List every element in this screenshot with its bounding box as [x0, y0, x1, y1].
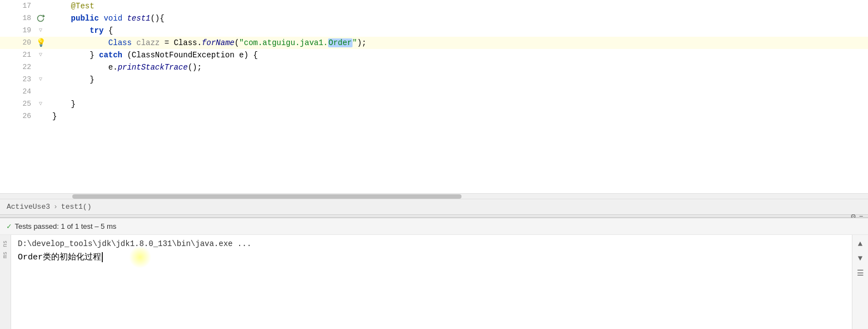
line-number-area-19: 19 ▽	[0, 24, 50, 37]
breadcrumb-item-activuse3[interactable]: ActiveUse3	[7, 203, 50, 211]
annotation-test: @Test	[52, 2, 95, 11]
soft-wrap-button[interactable]: ☰	[855, 267, 866, 278]
line-number-area-23: 23 ▽	[0, 73, 50, 86]
line-number-area-21: 21 ▽	[0, 49, 50, 61]
highlight-order: Order	[328, 38, 353, 47]
code-line-26: 26 }	[0, 110, 868, 122]
code-line-23: 23 ▽ }	[0, 73, 868, 86]
fold-arrow-23[interactable]: ▽	[36, 75, 46, 85]
gutter-icon-24	[36, 87, 46, 97]
code-line-24: 24	[0, 86, 868, 98]
line-code-24	[50, 86, 868, 98]
line-number-area-25: 25 ▽	[0, 98, 50, 110]
console-main: D:\develop_tools\jdk\jdk1.8.0_131\bin\ja…	[11, 235, 852, 329]
method-printstacktrace: printStackTrace	[118, 63, 188, 72]
kw-void: void	[103, 14, 122, 23]
console-header: ✓ Tests passed: 1 of 1 test – 5 ms	[0, 218, 868, 235]
code-line-25: 25 ▽ }	[0, 98, 868, 110]
line-number-23: 23	[20, 73, 33, 86]
fold-arrow-19[interactable]: ▽	[36, 26, 46, 36]
line-code-20: Class clazz = Class.forName("com.atguigu…	[50, 37, 868, 49]
kw-public: public	[71, 14, 99, 23]
line-code-25: }	[50, 98, 868, 110]
console-output-text: Order类的初始化过程	[18, 252, 101, 262]
console-body: ns ms D:\develop_tools\jdk\jdk1.8.0_131\…	[0, 235, 868, 329]
method-forname: forName	[202, 38, 235, 47]
line-code-23: }	[50, 73, 868, 86]
line-number-area-17: 17	[0, 0, 50, 12]
gutter-icon-18[interactable]	[36, 13, 46, 23]
console-area: ✓ Tests passed: 1 of 1 test – 5 ms ns ms…	[0, 218, 868, 329]
breadcrumb-separator: ›	[53, 203, 58, 211]
fold-arrow-21[interactable]: ▽	[36, 50, 46, 60]
line-code-17: @Test	[50, 0, 868, 12]
gutter-icon-22	[36, 62, 46, 72]
scroll-down-button[interactable]: ▼	[855, 253, 866, 264]
code-editor: 17 @Test 18 public void test	[0, 0, 868, 214]
breadcrumb-bar: ActiveUse3 › test1()	[0, 199, 868, 214]
yellow-highlight	[129, 246, 151, 268]
code-line-18: 18 public void test1(){	[0, 12, 868, 24]
line-number-17: 17	[20, 0, 33, 12]
cursor	[102, 252, 103, 262]
line-code-26: }	[50, 110, 868, 122]
code-line-19: 19 ▽ try {	[0, 24, 868, 37]
line-number-21: 21	[20, 49, 33, 61]
line-number-area-24: 24	[0, 86, 50, 98]
console-output-line: Order类的初始化过程	[18, 252, 845, 262]
kw-try: try	[90, 26, 103, 35]
line-number-22: 22	[20, 61, 33, 73]
line-number-area-20: 20 💡	[0, 37, 50, 49]
code-scrollbar[interactable]	[0, 193, 868, 199]
console-left-sidebar: ns ms	[0, 235, 11, 329]
console-action-icons: ▲ ▼ ☰	[852, 235, 868, 329]
line-code-21: } catch (ClassNotFoundException e) {	[50, 49, 868, 61]
sidebar-label-ms: ms	[0, 248, 11, 259]
line-number-18: 18	[20, 12, 33, 24]
kw-class: Class	[108, 38, 132, 47]
line-number-26: 26	[20, 110, 33, 122]
line-number-area-22: 22	[0, 61, 50, 73]
var-clazz: clazz	[136, 38, 160, 47]
string-val: "com.atguigu.java1.Order"	[239, 38, 357, 47]
code-line-22: 22 e.printStackTrace();	[0, 61, 868, 73]
line-code-19: try {	[50, 24, 868, 37]
svg-marker-0	[43, 14, 45, 18]
line-number-area-18: 18	[0, 12, 50, 24]
tests-passed-label: Tests passed: 1 of 1 test – 5 ms	[14, 222, 116, 230]
tests-passed-icon: ✓	[7, 222, 11, 231]
refresh-icon	[36, 14, 45, 23]
kw-catch: catch	[99, 51, 122, 60]
code-lines: 17 @Test 18 public void test	[0, 0, 868, 122]
gutter-icon-17	[36, 1, 46, 11]
line-number-19: 19	[20, 24, 33, 37]
line-number-25: 25	[20, 98, 33, 110]
lightbulb-icon-20[interactable]: 💡	[36, 38, 46, 48]
method-test1: test1	[127, 14, 150, 23]
fold-arrow-25[interactable]: ▽	[36, 99, 46, 109]
line-number-24: 24	[20, 86, 33, 98]
code-line-20: 20 💡 Class clazz = Class.forName("com.at…	[0, 37, 868, 49]
scroll-up-button[interactable]: ▲	[855, 238, 866, 249]
line-number-20: 20	[20, 37, 33, 49]
console-java-path: D:\develop_tools\jdk\jdk1.8.0_131\bin\ja…	[18, 239, 845, 248]
code-content: 17 @Test 18 public void test	[0, 0, 868, 193]
line-number-area-26: 26	[0, 110, 50, 122]
code-scrollbar-thumb[interactable]	[72, 194, 462, 199]
line-code-22: e.printStackTrace();	[50, 61, 868, 73]
line-code-18: public void test1(){	[50, 12, 868, 24]
sidebar-label-ns: ns	[0, 237, 11, 248]
code-line-21: 21 ▽ } catch (ClassNotFoundException e) …	[0, 49, 868, 61]
code-line-17: 17 @Test	[0, 0, 868, 12]
gutter-icon-26	[36, 111, 46, 121]
breadcrumb-item-test1[interactable]: test1()	[61, 203, 92, 211]
